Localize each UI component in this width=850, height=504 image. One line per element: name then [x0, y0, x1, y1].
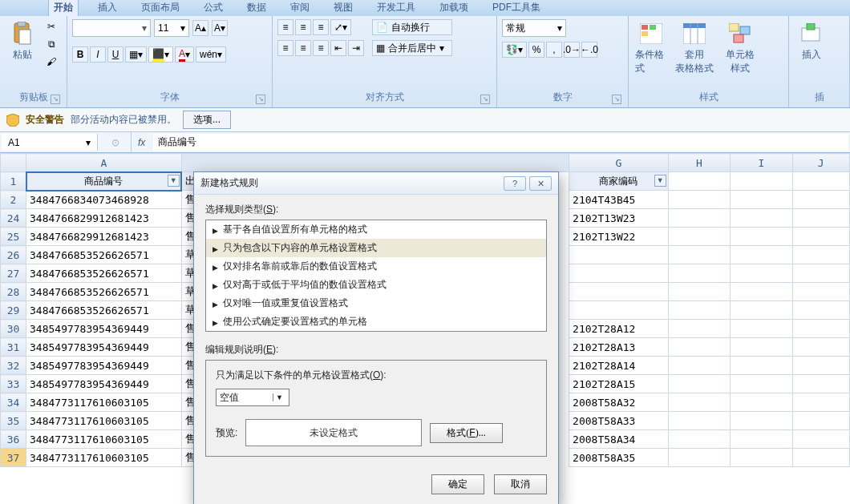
- comma-icon[interactable]: ,: [546, 42, 562, 58]
- cell[interactable]: 2102T28A13: [569, 338, 669, 357]
- cell[interactable]: [731, 430, 792, 449]
- cell[interactable]: 2008T58A32: [569, 393, 669, 412]
- cell[interactable]: 3484766853526626571: [26, 301, 182, 320]
- col-header-i[interactable]: I: [731, 154, 792, 172]
- cell[interactable]: [792, 393, 849, 412]
- cell[interactable]: [731, 449, 792, 467]
- rule-item[interactable]: 仅对排名靠前或靠后的数值设置格式: [206, 257, 546, 276]
- phonetic-button[interactable]: wén▾: [196, 46, 226, 62]
- cell[interactable]: 3484766829912681423: [26, 228, 182, 246]
- row-header[interactable]: 34: [1, 393, 26, 412]
- number-format-combo[interactable]: 常规▾: [502, 19, 566, 37]
- cell[interactable]: [668, 430, 730, 449]
- indent-decrease-icon[interactable]: ⇤: [330, 40, 346, 56]
- cell[interactable]: [792, 375, 849, 393]
- align-bottom-icon[interactable]: ≡: [313, 19, 329, 35]
- row-header[interactable]: 24: [1, 209, 26, 228]
- tab-insert[interactable]: 插入: [93, 0, 122, 16]
- name-box[interactable]: A1▾: [2, 134, 98, 151]
- cell[interactable]: [731, 172, 792, 191]
- formula-input[interactable]: 商品编号: [153, 134, 848, 151]
- cell[interactable]: [731, 283, 792, 301]
- font-color-button[interactable]: A▾: [175, 46, 194, 62]
- cell[interactable]: 3485497783954369449: [26, 357, 182, 375]
- cell[interactable]: [668, 393, 730, 412]
- italic-button[interactable]: I: [90, 46, 106, 62]
- cell[interactable]: 2102T28A15: [569, 375, 669, 393]
- bold-button[interactable]: B: [72, 46, 88, 62]
- cell[interactable]: [792, 430, 849, 449]
- underline-button[interactable]: U: [107, 46, 123, 62]
- rule-item[interactable]: 仅对高于或低于平均值的数值设置格式: [206, 276, 546, 294]
- cell[interactable]: [731, 301, 792, 320]
- cell[interactable]: 3484766853526626571: [26, 264, 182, 283]
- align-middle-icon[interactable]: ≡: [295, 19, 311, 35]
- cell[interactable]: 3484773117610603105: [26, 412, 182, 430]
- cell[interactable]: 3484766834073468928: [26, 191, 182, 209]
- cell[interactable]: [792, 246, 849, 264]
- cell[interactable]: [668, 357, 730, 375]
- cell[interactable]: [668, 449, 730, 467]
- row-header[interactable]: 27: [1, 264, 26, 283]
- align-right-icon[interactable]: ≡: [313, 40, 329, 56]
- row-header[interactable]: 1: [1, 172, 26, 191]
- clipboard-launcher-icon[interactable]: ↘: [51, 95, 60, 104]
- cell[interactable]: [668, 209, 730, 228]
- tab-addins[interactable]: 加载项: [435, 0, 473, 16]
- cell[interactable]: [668, 375, 730, 393]
- align-center-icon[interactable]: ≡: [295, 40, 311, 56]
- cell[interactable]: 2104T43B45: [569, 191, 669, 209]
- tab-formulas[interactable]: 公式: [199, 0, 228, 16]
- tab-layout[interactable]: 页面布局: [136, 0, 184, 16]
- border-button[interactable]: ▦▾: [125, 46, 147, 62]
- ok-button[interactable]: 确定: [431, 474, 484, 494]
- decrease-decimal-icon[interactable]: ←.0: [581, 42, 597, 58]
- tab-review[interactable]: 审阅: [285, 0, 314, 16]
- cell[interactable]: [731, 264, 792, 283]
- cell[interactable]: [731, 375, 792, 393]
- cell[interactable]: 2008T58A33: [569, 412, 669, 430]
- cell[interactable]: [792, 228, 849, 246]
- merge-center-button[interactable]: ▦合并后居中▾: [372, 40, 452, 56]
- cell[interactable]: 2102T28A12: [569, 320, 669, 338]
- format-as-table-button[interactable]: 套用 表格格式: [672, 19, 717, 77]
- row-header[interactable]: 29: [1, 301, 26, 320]
- cell[interactable]: [569, 264, 669, 283]
- fx-buttons[interactable]: ⊙: [99, 132, 132, 152]
- indent-increase-icon[interactable]: ⇥: [348, 40, 364, 56]
- cell[interactable]: [731, 209, 792, 228]
- format-painter-icon[interactable]: 🖌: [43, 54, 59, 69]
- cell[interactable]: [668, 172, 730, 191]
- tab-view[interactable]: 视图: [329, 0, 358, 16]
- cell[interactable]: [792, 209, 849, 228]
- cell[interactable]: [731, 338, 792, 357]
- cell[interactable]: 2102T28A14: [569, 357, 669, 375]
- cell[interactable]: [792, 172, 849, 191]
- align-left-icon[interactable]: ≡: [277, 40, 293, 56]
- help-button[interactable]: ?: [504, 176, 526, 191]
- col-header-j[interactable]: J: [792, 154, 849, 172]
- row-header[interactable]: 28: [1, 283, 26, 301]
- cell[interactable]: [668, 191, 730, 209]
- tab-developer[interactable]: 开发工具: [372, 0, 420, 16]
- currency-icon[interactable]: 💱▾: [502, 42, 527, 58]
- cell[interactable]: [792, 449, 849, 467]
- cell[interactable]: 3484766853526626571: [26, 283, 182, 301]
- cell[interactable]: 3485497783954369449: [26, 338, 182, 357]
- cell[interactable]: [731, 412, 792, 430]
- cell[interactable]: [668, 320, 730, 338]
- conditional-format-button[interactable]: 条件格式: [633, 19, 669, 77]
- cell[interactable]: [668, 264, 730, 283]
- row-header[interactable]: 30: [1, 320, 26, 338]
- cell[interactable]: 3484773117610603105: [26, 449, 182, 467]
- cell[interactable]: 3485497783954369449: [26, 320, 182, 338]
- cell[interactable]: [668, 338, 730, 357]
- cell[interactable]: [792, 264, 849, 283]
- tab-pdf[interactable]: PDF工具集: [488, 0, 545, 16]
- cell[interactable]: [731, 320, 792, 338]
- cell[interactable]: [668, 246, 730, 264]
- row-header[interactable]: 25: [1, 228, 26, 246]
- cell[interactable]: 3484766853526626571: [26, 246, 182, 264]
- tab-home[interactable]: 开始: [48, 0, 79, 16]
- security-options-button[interactable]: 选项...: [183, 111, 231, 129]
